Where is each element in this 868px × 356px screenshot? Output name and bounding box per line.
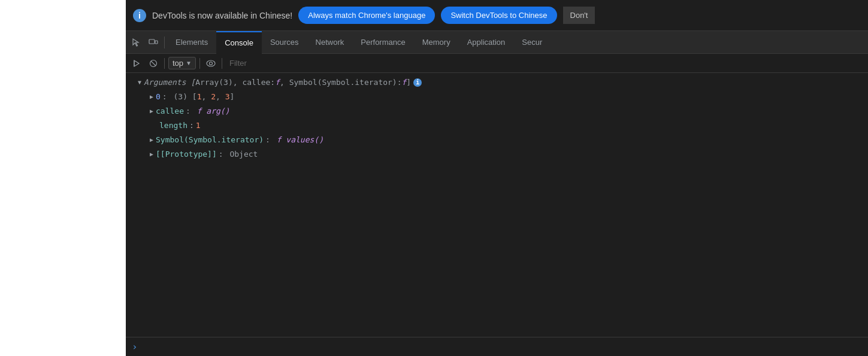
select-element-icon[interactable] xyxy=(128,34,145,51)
collapse-triangle-icon: ▼ xyxy=(138,77,141,89)
colon-0: : xyxy=(162,91,167,103)
console-prompt: › xyxy=(126,337,868,356)
symbol-func-label: f xyxy=(402,77,407,89)
prop-row-symbol[interactable]: ▶ Symbol(Symbol.iterator) : f values() xyxy=(126,133,868,147)
switch-to-chinese-button[interactable]: Switch DevTools to Chinese xyxy=(441,7,557,24)
tabs-bar: Elements Console Sources Network Perform… xyxy=(126,31,868,54)
console-section: ▼ Arguments [Array(3), callee: f, Symbol… xyxy=(126,75,868,162)
notification-text: DevTools is now available in Chinese! xyxy=(152,11,292,20)
dont-button[interactable]: Don't xyxy=(563,7,595,24)
svg-line-5 xyxy=(151,61,156,66)
devtools-panel: i DevTools is now available in Chinese! … xyxy=(126,0,868,356)
expand-prototype-icon: ▶ xyxy=(150,148,153,160)
prototype-value: Object xyxy=(225,148,258,160)
callee-key: callee xyxy=(156,105,184,117)
block-icon[interactable] xyxy=(146,56,161,71)
chevron-down-icon: ▼ xyxy=(186,60,192,66)
prototype-key: [[Prototype]] xyxy=(156,148,217,160)
notification-bar: i DevTools is now available in Chinese! … xyxy=(126,0,868,31)
colon-prototype: : xyxy=(219,148,223,160)
device-toolbar-icon[interactable] xyxy=(145,34,162,51)
tab-console[interactable]: Console xyxy=(216,31,262,54)
tab-application[interactable]: Application xyxy=(459,31,514,54)
toolbar-divider-3 xyxy=(222,58,222,69)
svg-point-6 xyxy=(207,60,215,66)
svg-point-7 xyxy=(209,62,212,65)
prop-row-0[interactable]: ▶ 0 : (3) [ 1 , 2 , 3 ] xyxy=(126,90,868,104)
eye-icon[interactable] xyxy=(204,56,218,71)
svg-marker-2 xyxy=(134,60,139,66)
tab-memory[interactable]: Memory xyxy=(414,31,459,54)
tab-elements[interactable]: Elements xyxy=(167,31,216,54)
symbol-key: Symbol(Symbol.iterator) xyxy=(156,134,264,146)
symbol-func-val: f values() xyxy=(272,134,323,146)
prop-0-close-bracket: ] xyxy=(229,91,234,103)
browser-content-area xyxy=(0,0,126,356)
prop-row-callee[interactable]: ▶ callee : f arg() xyxy=(126,104,868,118)
arguments-object-header[interactable]: ▼ Arguments [Array(3), callee: f, Symbol… xyxy=(126,75,868,90)
prop-0-key: 0 xyxy=(156,91,161,103)
length-value: 1 xyxy=(196,120,201,132)
context-selector-label: top xyxy=(173,59,183,68)
console-toolbar: top ▼ xyxy=(126,54,868,73)
prop-0-val2: 2 xyxy=(211,91,216,103)
colon-callee: : xyxy=(186,105,190,117)
colon-symbol: : xyxy=(265,134,270,146)
length-key: length xyxy=(159,120,187,132)
tab-security[interactable]: Secur xyxy=(513,31,551,54)
toolbar-divider xyxy=(164,58,165,69)
svg-rect-1 xyxy=(155,41,158,44)
tab-sources[interactable]: Sources xyxy=(262,31,307,54)
context-selector[interactable]: top ▼ xyxy=(168,57,196,69)
prop-0-comma2: , xyxy=(216,91,225,103)
prop-0-comma1: , xyxy=(201,91,211,103)
prop-0-open-bracket: [ xyxy=(192,91,197,103)
prompt-arrow-icon: › xyxy=(132,341,138,352)
console-input[interactable] xyxy=(143,342,862,351)
prop-0-count: (3) xyxy=(169,91,192,103)
filter-input[interactable] xyxy=(226,59,864,68)
tab-performance[interactable]: Performance xyxy=(352,31,413,54)
callee-func-val: f arg() xyxy=(192,105,230,117)
symbol-label: , Symbol(Symbol.iterator): xyxy=(280,77,402,89)
info-icon: i xyxy=(413,78,422,87)
notification-info-icon: i xyxy=(133,9,146,22)
always-match-button[interactable]: Always match Chrome's language xyxy=(298,7,435,24)
toolbar-divider-2 xyxy=(199,58,200,69)
close-bracket: ] xyxy=(406,77,411,89)
prop-0-val3: 3 xyxy=(225,91,230,103)
prop-row-length: length : 1 xyxy=(126,118,868,133)
tabs-divider-1 xyxy=(164,36,165,48)
tab-network[interactable]: Network xyxy=(307,31,353,54)
svg-rect-0 xyxy=(149,39,155,44)
callee-func-label: f xyxy=(275,77,280,89)
clear-console-icon[interactable] xyxy=(129,56,144,71)
prop-0-val1: 1 xyxy=(197,91,202,103)
array-label: Array(3), callee: xyxy=(195,77,275,89)
expand-symbol-icon: ▶ xyxy=(150,134,153,146)
console-output: ▼ Arguments [Array(3), callee: f, Symbol… xyxy=(126,73,868,337)
arguments-label: Arguments [ xyxy=(144,77,195,89)
colon-length: : xyxy=(189,120,194,132)
prop-row-prototype[interactable]: ▶ [[Prototype]] : Object xyxy=(126,147,868,162)
expand-triangle-icon: ▶ xyxy=(150,91,153,103)
expand-callee-icon: ▶ xyxy=(150,105,153,117)
